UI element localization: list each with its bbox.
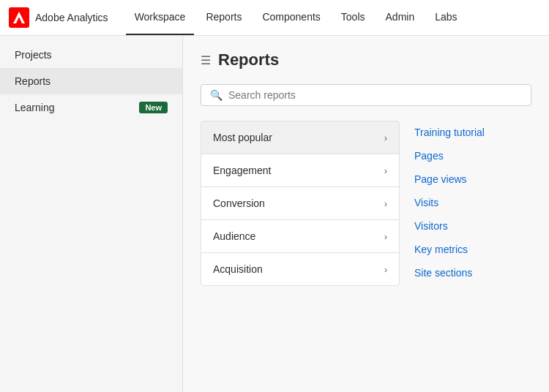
content-area: ☰ Reports 🔍 Most popular › Engagement › [183,36,549,392]
right-link-page-views[interactable]: Page views [414,167,531,191]
nav-item-workspace[interactable]: Workspace [126,0,195,35]
nav-item-admin[interactable]: Admin [377,0,424,35]
svg-rect-0 [9,7,29,28]
nav-item-labs[interactable]: Labs [426,0,466,35]
right-link-visitors[interactable]: Visitors [414,214,531,238]
category-engagement-label: Engagement [213,165,271,176]
sidebar-item-reports[interactable]: Reports [0,68,182,94]
main-layout: Projects Reports Learning New ☰ Reports … [0,36,549,392]
chevron-right-icon: › [384,231,387,242]
content-header: ☰ Reports [201,50,531,69]
logo-text: Adobe Analytics [35,12,108,23]
search-input[interactable] [228,89,522,101]
chevron-right-icon: › [384,264,387,275]
sidebar-item-learning-label: Learning [15,102,55,113]
two-col-layout: Most popular › Engagement › Conversion ›… [201,121,531,286]
category-conversion-label: Conversion [213,197,265,209]
right-link-pages[interactable]: Pages [414,144,531,167]
right-link-training-tutorial[interactable]: Training tutorial [414,121,531,144]
category-acquisition-label: Acquisition [213,263,263,275]
category-acquisition[interactable]: Acquisition › [201,252,400,286]
category-most-popular[interactable]: Most popular › [201,121,400,154]
nav-item-tools[interactable]: Tools [332,0,374,35]
category-most-popular-label: Most popular [213,132,272,143]
nav-item-components[interactable]: Components [253,0,329,35]
page-title: Reports [218,50,279,69]
new-badge: New [139,102,168,113]
chevron-right-icon: › [384,198,387,209]
sidebar-item-projects[interactable]: Projects [0,42,182,68]
sidebar-item-reports-label: Reports [15,75,51,87]
sidebar: Projects Reports Learning New [0,36,183,392]
sidebar-item-learning[interactable]: Learning New [0,94,182,121]
category-conversion[interactable]: Conversion › [201,186,400,220]
sidebar-item-projects-label: Projects [15,49,52,61]
top-nav: Adobe Analytics Workspace Reports Compon… [0,0,549,36]
logo-area: Adobe Analytics [9,7,108,28]
chevron-right-icon: › [384,165,387,176]
right-link-site-sections[interactable]: Site sections [414,261,531,284]
right-link-visits[interactable]: Visits [414,191,531,214]
nav-items: Workspace Reports Components Tools Admin… [126,0,466,35]
search-bar: 🔍 [201,84,531,106]
category-audience[interactable]: Audience › [201,219,400,253]
nav-item-reports[interactable]: Reports [197,0,250,35]
categories-list: Most popular › Engagement › Conversion ›… [201,121,400,286]
right-links-col: Training tutorial Pages Page views Visit… [414,121,531,286]
chevron-right-icon: › [384,132,387,143]
hamburger-icon[interactable]: ☰ [201,53,211,67]
category-engagement[interactable]: Engagement › [201,154,400,187]
right-link-key-metrics[interactable]: Key metrics [414,238,531,261]
search-icon: 🔍 [210,89,223,101]
category-audience-label: Audience [213,230,255,242]
adobe-logo-icon [9,7,29,28]
